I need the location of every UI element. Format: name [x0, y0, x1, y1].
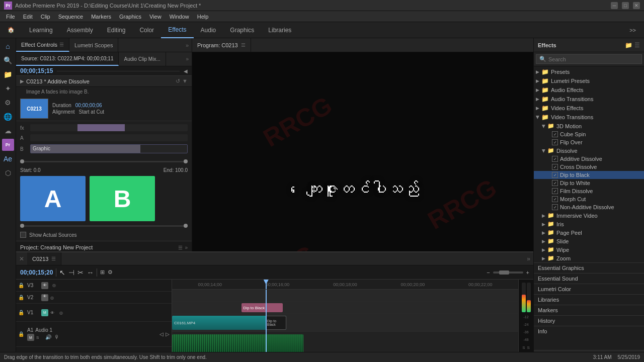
- libraries-item[interactable]: Libraries: [534, 294, 644, 305]
- tl-zoom-thumb[interactable]: [499, 270, 509, 275]
- sidebar-icon-search[interactable]: 🔍: [2, 54, 14, 66]
- ripple-edit-tool[interactable]: ⊣: [68, 268, 74, 277]
- tab-color[interactable]: Color: [132, 22, 161, 38]
- effect-dip-to-black[interactable]: ✓ Dip to Black: [534, 171, 644, 179]
- timeline-close-icon[interactable]: ✕: [16, 252, 27, 265]
- track-v1-sync[interactable]: ◎: [59, 309, 66, 316]
- subcategory-slide[interactable]: ▶ 📁 Slide: [534, 237, 644, 245]
- tab-audio[interactable]: Audio: [194, 22, 223, 38]
- window-controls[interactable]: ─ □ ✕: [611, 2, 640, 9]
- program-menu-icon[interactable]: ☰: [241, 42, 246, 48]
- history-item[interactable]: History: [534, 315, 644, 326]
- track-a1-solo[interactable]: S: [36, 334, 43, 341]
- effect-additive-dissolve[interactable]: ✓ Additive Dissolve: [534, 155, 644, 163]
- slider-thumb-right[interactable]: [184, 159, 188, 163]
- tab-lumetri-scopes[interactable]: Lumetri Scopes: [69, 38, 118, 52]
- subcategory-dissolve[interactable]: ▶ 📁 Dissolve: [534, 146, 644, 155]
- subcategory-zoom[interactable]: ▶ 📁 Zoom: [534, 254, 644, 262]
- track-a1-meter[interactable]: M: [27, 334, 34, 341]
- timeline-more-button[interactable]: »: [524, 252, 533, 265]
- menu-clip[interactable]: Clip: [37, 13, 54, 21]
- project-expand[interactable]: »: [185, 245, 188, 250]
- tab-program-monitor[interactable]: Program: C0213 ☰: [192, 38, 251, 52]
- track-v3-visibility[interactable]: 👁: [41, 282, 48, 289]
- tl-zoom-slider[interactable]: [493, 272, 523, 274]
- tl-settings[interactable]: ⚙: [108, 269, 113, 276]
- tl-add-track[interactable]: ⊞: [100, 269, 105, 276]
- sidebar-icon-globe[interactable]: 🌐: [2, 111, 14, 123]
- sidebar-icon-home[interactable]: ⌂: [2, 40, 14, 52]
- home-button[interactable]: 🏠: [4, 23, 18, 37]
- select-tool[interactable]: ↖: [59, 268, 65, 277]
- menu-window[interactable]: Window: [166, 13, 193, 21]
- sidebar-icon-settings[interactable]: ⚙: [2, 97, 14, 109]
- timeline-tab-active[interactable]: C0213 ☰: [27, 252, 61, 265]
- track-v1-meter[interactable]: M: [41, 309, 48, 316]
- preview-slider-thumb-left[interactable]: [20, 224, 24, 228]
- menu-edit[interactable]: Edit: [19, 13, 37, 21]
- show-sources-checkbox[interactable]: [20, 232, 26, 238]
- tl-zoom-out[interactable]: −: [487, 269, 490, 276]
- essential-graphics-item[interactable]: Essential Graphics: [534, 262, 644, 273]
- essential-sound-item[interactable]: Essential Sound: [534, 273, 644, 284]
- sidebar-icon-premiere[interactable]: Pr: [2, 139, 14, 151]
- panel-more-button[interactable]: »: [183, 38, 192, 52]
- maximize-button[interactable]: □: [622, 2, 629, 9]
- track-a1-volume[interactable]: ◁: [159, 331, 164, 337]
- effect-film-dissolve[interactable]: ✓ Film Dissolve: [534, 187, 644, 195]
- tab-audio-clip-mix[interactable]: Audio Clip Mix...: [119, 52, 166, 66]
- info-item[interactable]: Info: [534, 326, 644, 336]
- subcategory-iris[interactable]: ▶ 📁 Iris: [534, 220, 644, 228]
- markers-item[interactable]: Markers: [534, 305, 644, 315]
- track-a1-mic[interactable]: 🎙: [54, 334, 61, 341]
- effects-menu-icon[interactable]: ☰: [634, 42, 640, 49]
- razor-tool[interactable]: ✂: [77, 268, 84, 277]
- menu-markers[interactable]: Markers: [87, 13, 115, 21]
- track-v2-sync[interactable]: ◎: [50, 294, 57, 301]
- effect-morph-cut[interactable]: ✓ Morph Cut: [534, 195, 644, 203]
- tab-libraries[interactable]: Libraries: [261, 22, 298, 38]
- track-a1-mute[interactable]: 🔊: [45, 334, 52, 341]
- sidebar-icon-cloud[interactable]: ☁: [2, 125, 14, 137]
- menu-help[interactable]: Help: [193, 13, 213, 21]
- transition-slider[interactable]: [20, 161, 188, 162]
- subcategory-page-peel[interactable]: ▶ 📁 Page Peel: [534, 228, 644, 237]
- a1-audio-clip[interactable]: [172, 334, 303, 352]
- category-audio-effects[interactable]: ▶ 📁 Audio Effects: [534, 85, 644, 95]
- category-lumetri-presets[interactable]: ▶ 📁 Lumetri Presets: [534, 76, 644, 85]
- sidebar-icon-media[interactable]: 📁: [2, 68, 14, 80]
- track-a1-lock[interactable]: 🔒: [18, 331, 25, 337]
- category-video-transitions[interactable]: ▶ 📁 Video Transitions: [534, 113, 644, 122]
- project-menu[interactable]: ☰: [178, 245, 183, 250]
- sidebar-icon-after-effects[interactable]: Ae: [2, 153, 14, 165]
- sidebar-icon-effects[interactable]: ✦: [2, 82, 14, 95]
- v2-dip-to-black-clip[interactable]: Dip to Black: [242, 303, 283, 312]
- menu-view[interactable]: View: [145, 13, 166, 21]
- track-v3-sync[interactable]: ◎: [50, 282, 57, 289]
- tab-assembly[interactable]: Assembly: [60, 22, 100, 38]
- track-v3-lock[interactable]: 🔒: [18, 283, 25, 288]
- tab-effect-controls[interactable]: Effect Controls ☰: [16, 38, 69, 52]
- timeline-tab-menu[interactable]: ☰: [51, 256, 56, 261]
- close-button[interactable]: ✕: [633, 2, 640, 9]
- tab-effects[interactable]: Effects: [161, 22, 193, 38]
- tab-editing[interactable]: Editing: [100, 22, 133, 38]
- tl-zoom-in[interactable]: +: [526, 269, 529, 276]
- track-a1-right[interactable]: ▷: [166, 331, 170, 337]
- effect-dip-to-white[interactable]: ✓ Dip to White: [534, 179, 644, 187]
- effect-cross-dissolve[interactable]: ✓ Cross Dissolve: [534, 163, 644, 171]
- clip-menu-icon[interactable]: ▼: [182, 78, 188, 84]
- preview-slider-thumb-right[interactable]: [184, 224, 188, 228]
- track-v2-lock[interactable]: 🔒: [18, 295, 25, 300]
- effect-cube-spin[interactable]: ✓ Cube Spin: [534, 130, 644, 138]
- slider-thumb-left[interactable]: [20, 159, 24, 163]
- menu-file[interactable]: File: [2, 13, 19, 21]
- sidebar-icon-extension[interactable]: ⬡: [2, 167, 14, 179]
- clip-expand-arrow[interactable]: ▶: [20, 78, 24, 84]
- lumetri-color-item[interactable]: Lumetri Color: [534, 284, 644, 294]
- menu-graphics[interactable]: Graphics: [115, 13, 145, 21]
- subcategory-wipe[interactable]: ▶ 📁 Wipe: [534, 245, 644, 254]
- track-v1-visibility[interactable]: 👁: [50, 309, 57, 316]
- tab-learning[interactable]: Learning: [22, 22, 60, 38]
- track-v1-lock[interactable]: 🔒: [18, 310, 25, 315]
